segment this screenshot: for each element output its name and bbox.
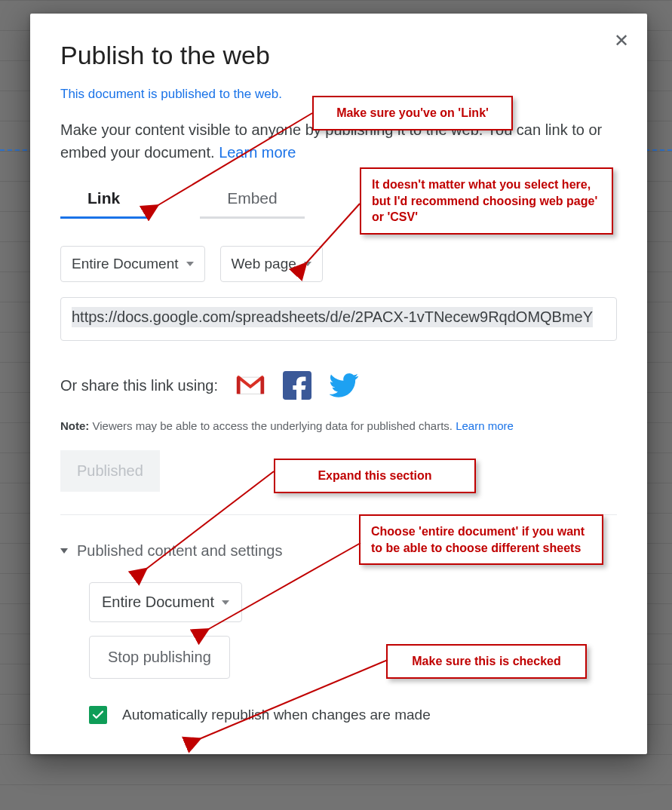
- annotation-checkbox: Make sure this is checked: [386, 644, 587, 679]
- tab-row: Link Embed: [60, 189, 347, 219]
- dialog-title: Publish to the web: [60, 41, 617, 70]
- auto-republish-label: Automatically republish when changes are…: [122, 707, 431, 723]
- chevron-down-icon: [304, 262, 311, 266]
- chevron-down-icon: [60, 548, 68, 554]
- format-dropdown[interactable]: Web page: [220, 246, 323, 282]
- scope-dropdown-label: Entire Document: [72, 256, 179, 272]
- note-learn-more-link[interactable]: Learn more: [456, 419, 514, 432]
- learn-more-link[interactable]: Learn more: [219, 144, 296, 161]
- note-prefix: Note:: [60, 419, 89, 432]
- annotation-format: It doesn't matter what you select here, …: [360, 167, 613, 235]
- annotation-expand: Expand this section: [274, 459, 476, 493]
- stop-publishing-button[interactable]: Stop publishing: [89, 636, 230, 679]
- published-url-text: https://docs.google.com/spreadsheets/d/e…: [72, 307, 593, 327]
- gmail-icon[interactable]: [236, 371, 265, 400]
- note-text: Viewers may be able to access the underl…: [89, 419, 456, 432]
- twitter-icon[interactable]: [330, 371, 358, 400]
- published-button: Published: [60, 450, 160, 492]
- auto-republish-checkbox[interactable]: [89, 706, 107, 724]
- facebook-icon[interactable]: [283, 371, 311, 400]
- annotation-entire-doc: Choose 'entire document' if you want to …: [359, 514, 603, 565]
- tab-link[interactable]: Link: [60, 189, 147, 219]
- tab-embed[interactable]: Embed: [200, 189, 305, 219]
- share-label: Or share this link using:: [60, 377, 218, 394]
- settings-scope-dropdown[interactable]: Entire Document: [89, 582, 242, 622]
- expander-label: Published content and settings: [77, 542, 282, 560]
- annotation-link-tab: Make sure you've on 'Link': [312, 96, 513, 130]
- share-row: Or share this link using:: [60, 371, 617, 400]
- close-icon[interactable]: ✕: [614, 32, 629, 50]
- note-line: Note: Viewers may be able to access the …: [60, 419, 617, 432]
- format-dropdown-label: Web page: [232, 256, 296, 272]
- scope-dropdown[interactable]: Entire Document: [60, 246, 205, 282]
- settings-scope-dropdown-label: Entire Document: [102, 594, 214, 611]
- published-url-field[interactable]: https://docs.google.com/spreadsheets/d/e…: [60, 297, 617, 341]
- chevron-down-icon: [186, 262, 194, 266]
- chevron-down-icon: [222, 600, 229, 605]
